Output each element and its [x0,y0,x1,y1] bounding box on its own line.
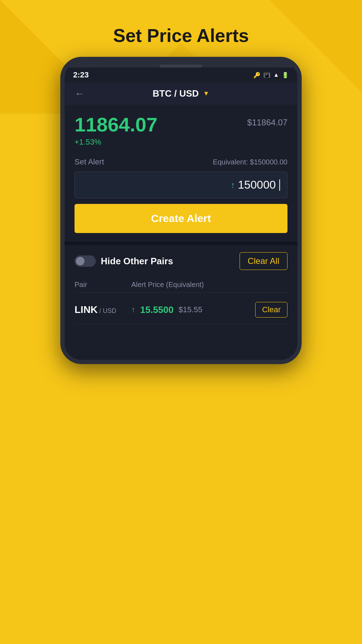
alert-prices: ↑ 15.5500 $15.55 [131,304,255,315]
price-main-block: 11864.07 +1.53% [75,115,158,147]
pair-selector[interactable]: BTC / USD ▼ [153,88,209,99]
price-section: 11864.07 +1.53% $11864.07 [65,105,297,154]
table-row: LINK / USD ↑ 15.5500 $15.55 Clear [75,296,287,324]
alert-price-value: 15.5500 [140,304,174,315]
phone-frame: 2:23 🔑 📳 ▲ 🔋 ← BTC / USD ▼ 11864.07 +1.5… [60,57,302,364]
table-header-pair: Pair [75,281,131,289]
dropdown-arrow-icon: ▼ [203,90,209,97]
price-usd-equivalent: $11864.07 [247,118,287,128]
alert-input-container[interactable]: ↑ 150000 [75,172,287,198]
alerts-section: Hide Other Pairs Clear All Pair Alert Pr… [65,245,297,331]
phone-bottom [65,331,297,360]
alerts-controls: Hide Other Pairs Clear All [75,252,287,270]
alert-label: Set Alert [75,157,104,167]
clear-alert-button[interactable]: Clear [255,302,287,318]
nav-pair-text: BTC / USD [153,88,199,99]
alert-price-equivalent: $15.55 [179,305,202,314]
alert-equivalent: Equivalent: $150000.00 [213,158,287,166]
alert-pair-quote: / USD [99,307,116,314]
back-button[interactable]: ← [75,88,84,99]
phone-notch [65,61,297,67]
table-header: Pair Alert Price (Equivalent) [75,277,287,293]
current-price: 11864.07 [75,115,158,135]
price-change: +1.53% [75,137,101,147]
text-cursor [279,179,280,191]
toggle-knob [76,257,84,265]
alert-pair-name: LINK [75,304,98,315]
hide-pairs-control: Hide Other Pairs [75,255,173,267]
status-bar: 2:23 🔑 📳 ▲ 🔋 [65,67,297,82]
alert-value: 150000 [238,178,276,191]
battery-icon: 🔋 [282,72,289,79]
nav-bar: ← BTC / USD ▼ [65,82,297,105]
alert-direction-icon: ↑ [231,180,235,190]
hide-pairs-label: Hide Other Pairs [101,256,173,267]
hide-pairs-toggle[interactable] [75,255,96,267]
clear-all-button[interactable]: Clear All [240,252,287,270]
wifi-icon: ▲ [273,72,279,78]
alert-direction-icon: ↑ [131,305,135,314]
status-icons: 🔑 📳 ▲ 🔋 [253,72,289,79]
alert-section: Set Alert Equivalent: $150000.00 ↑ 15000… [65,154,297,242]
vibrate-icon: 📳 [263,72,270,79]
alert-header: Set Alert Equivalent: $150000.00 [75,157,287,167]
page-title: Set Price Alerts [113,25,249,46]
table-header-price: Alert Price (Equivalent) [131,281,287,289]
alert-pair: LINK / USD [75,304,131,315]
phone-speaker [160,65,202,67]
key-icon: 🔑 [253,72,260,79]
status-time: 2:23 [73,70,89,80]
create-alert-button[interactable]: Create Alert [75,204,287,233]
section-divider [65,242,297,245]
